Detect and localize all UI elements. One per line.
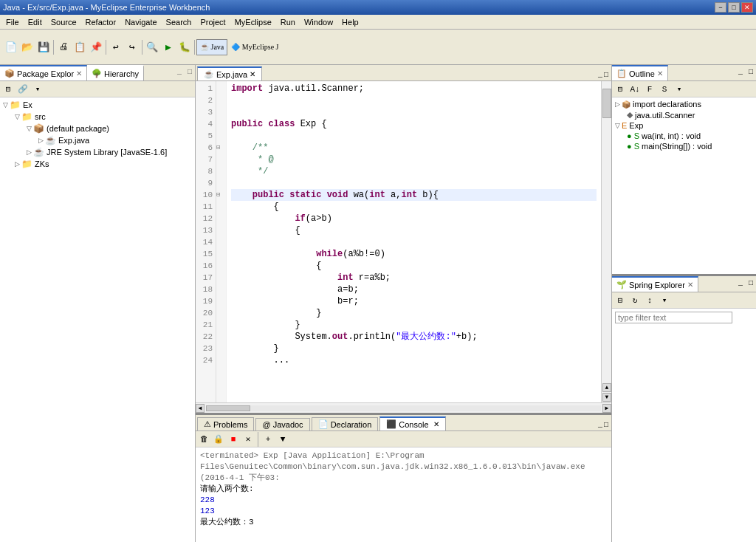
outline-imports[interactable]: ▷ 📦 import declarations [614,99,755,109]
main-row: 📦 Package Explor ✕ 🌳 Hierarchy _ □ ⊟ 🔗 [0,65,756,542]
link-editor-button[interactable]: 🔗 [16,83,30,96]
tree-item-expjava[interactable]: ▷ ☕ Exp.java [1,134,193,146]
editor-scrollbar[interactable]: ▲ ▼ [601,81,611,402]
scroll-down-arrow[interactable]: ▼ [602,393,611,402]
tree-item-zks[interactable]: ▷ 📁 ZKs [1,158,193,170]
exp-toggle[interactable]: ▷ [38,137,44,144]
menu-edit[interactable]: Edit [24,16,47,28]
tab-package-explorer[interactable]: 📦 Package Explor ✕ [0,65,87,80]
menu-help[interactable]: Help [337,16,363,28]
tree-item-jre[interactable]: ▷ ☕ JRE System Library [JavaSE-1.6] [1,146,193,158]
close-button[interactable]: ✕ [741,2,753,13]
menu-search[interactable]: Search [162,16,196,28]
spring-view-menu[interactable]: ▾ [658,294,671,307]
tab-outline[interactable]: 📋 Outline ✕ [612,65,668,80]
perspective-java[interactable]: ☕ Java [196,39,227,55]
menu-run[interactable]: Run [276,16,300,28]
menu-source[interactable]: Source [47,16,81,28]
package-explorer-close[interactable]: ✕ [76,69,82,78]
tab-spring-explorer[interactable]: 🌱 Spring Explorer ✕ [612,276,698,292]
scroll-right-arrow[interactable]: ▶ [602,404,611,413]
outline-exp-class[interactable]: ▽ E Exp [614,120,755,131]
editor-tab-close[interactable]: ✕ [250,70,255,78]
tree-item-ex[interactable]: ▽ 📁 Ex [1,99,193,111]
maximize-button[interactable]: □ [728,2,740,13]
debug-button[interactable]: 🐛 [176,39,193,55]
outline-maximize[interactable]: □ [746,65,756,80]
undo-button[interactable]: ↩ [108,39,124,55]
scrollbar-thumb[interactable] [602,89,611,118]
console-maximize[interactable]: □ [604,421,608,429]
jre-toggle[interactable]: ▷ [27,148,32,156]
spring-collapse[interactable]: ⊟ [614,294,627,307]
horizontal-scrollbar[interactable]: ◀ ▶ [196,402,611,413]
menu-myeclipse[interactable]: MyEclipse [230,16,276,28]
outline-collapse-all[interactable]: ⊟ [614,83,627,96]
new-button[interactable]: 📄 [3,39,19,55]
spring-filter-input[interactable] [615,312,732,323]
zks-toggle[interactable]: ▷ [15,160,20,168]
editor-minimize[interactable]: _ [598,71,602,79]
code-editor[interactable]: import java.util.Scanner; public class E… [227,81,601,402]
menu-refactor[interactable]: Refactor [81,16,121,28]
src-toggle[interactable]: ▽ [15,113,20,120]
spring-refresh[interactable]: ↻ [628,294,642,307]
clear-console-button[interactable]: 🗑 [197,433,210,446]
menu-navigate[interactable]: Navigate [120,16,161,28]
outline-main-method[interactable]: ● S main(String[]) : void [614,141,755,151]
scroll-lock-button[interactable]: 🔒 [212,433,225,446]
tab-hierarchy[interactable]: 🌳 Hierarchy [87,65,144,80]
tab-declaration[interactable]: 📄 Declaration [312,417,379,430]
tree-item-default-pkg[interactable]: ▽ 📦 (default package) [1,123,193,134]
outline-close[interactable]: ✕ [657,69,663,78]
outline-hide-fields[interactable]: F [643,83,656,96]
copy-button[interactable]: 📋 [72,39,88,55]
menu-project[interactable]: Project [196,16,230,28]
imports-toggle[interactable]: ▷ [615,100,620,108]
tab-console[interactable]: ⬛ Console ✕ [379,416,445,430]
tab-problems[interactable]: ⚠ Problems [197,417,254,430]
scroll-up-arrow[interactable]: ▲ [602,383,611,392]
remove-terminated-button[interactable]: ✕ [241,433,255,446]
outline-scanner[interactable]: ◆ java.util.Scanner [614,109,755,120]
exp-class-toggle[interactable]: ▽ [615,122,620,129]
tree-item-src[interactable]: ▽ 📁 src [1,111,193,123]
spring-minimize[interactable]: _ [735,276,746,292]
left-panel-maximize[interactable]: □ [185,65,195,80]
perspective-myeclipse[interactable]: 🔷 MyEclipse J [227,39,282,55]
paste-button[interactable]: 📌 [88,39,104,55]
new-console-button[interactable]: + [261,433,275,446]
ex-toggle[interactable]: ▽ [3,101,8,109]
scroll-left-arrow[interactable]: ◀ [196,404,205,413]
collapse-all-button[interactable]: ⊟ [1,83,15,96]
editor-tab-expjava[interactable]: ☕ Exp.java ✕ [197,66,262,80]
outline-view-menu[interactable]: ▾ [673,83,686,96]
outline-wa-method[interactable]: ● S wa(int, int) : void [614,131,755,141]
left-panel-minimize[interactable]: _ [174,65,185,80]
console-minimize[interactable]: _ [598,421,602,429]
outline-sort[interactable]: A↓ [628,83,642,96]
search-button[interactable]: 🔍 [144,39,160,55]
outline-minimize[interactable]: _ [735,65,746,80]
print-button[interactable]: 🖨 [55,39,72,55]
console-close[interactable]: ✕ [433,420,439,428]
menu-file[interactable]: File [1,16,24,28]
save-button[interactable]: 💾 [35,39,52,55]
menu-window[interactable]: Window [300,16,337,28]
spring-maximize[interactable]: □ [746,276,756,292]
minimize-button[interactable]: − [715,2,726,13]
spring-close[interactable]: ✕ [687,281,693,289]
tab-javadoc[interactable]: @ Javadoc [255,418,309,430]
open-console-button[interactable]: ▼ [276,433,289,446]
open-button[interactable]: 📂 [19,39,35,55]
editor-maximize[interactable]: □ [604,71,608,79]
redo-button[interactable]: ↪ [124,39,140,55]
run-button[interactable]: ▶ [160,39,176,55]
spring-sort[interactable]: ↕ [643,294,656,307]
h-scroll-track[interactable] [206,405,601,411]
outline-hide-static[interactable]: S [658,83,671,96]
h-scroll-thumb[interactable] [206,405,250,411]
view-menu-button[interactable]: ▾ [31,83,44,96]
terminate-button[interactable]: ■ [227,433,240,446]
pkg-toggle[interactable]: ▽ [27,125,32,132]
